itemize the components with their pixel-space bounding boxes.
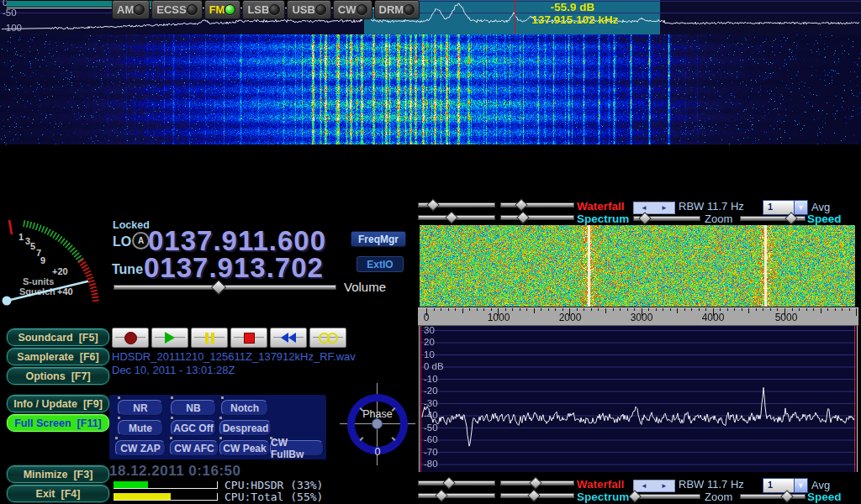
freqmgr-button[interactable]: FreqMgr — [351, 231, 406, 247]
arrow-left-icon[interactable]: ◄ — [641, 204, 647, 212]
slider-thumb[interactable] — [529, 476, 542, 490]
hdsdr-window: 137885 137890 137895 137900 137905 13791… — [0, 0, 861, 504]
exit-button[interactable]: Exit[F4] — [7, 485, 109, 502]
mode-led-icon — [224, 4, 235, 15]
slider-thumb[interactable] — [435, 489, 448, 502]
spectrum-brightness-slider-bottom[interactable] — [418, 490, 495, 501]
audio-db-label: 20 — [424, 337, 435, 347]
volume-slider[interactable] — [114, 281, 336, 292]
audio-db-label: -40 — [424, 410, 438, 420]
options-button[interactable]: Options[F7] — [7, 367, 109, 385]
slider-thumb[interactable] — [629, 490, 642, 503]
soundcard-button[interactable]: Soundcard[F5] — [7, 328, 109, 346]
rewind-icon — [281, 333, 296, 343]
waterfall-label-top: Waterfall — [577, 200, 625, 213]
arrow-left-icon[interactable]: ◄ — [641, 482, 647, 490]
cpu-total-bar — [114, 493, 218, 501]
play-button[interactable] — [151, 328, 188, 348]
minimize-button[interactable]: Minimize[F3] — [7, 465, 109, 483]
scale-label: 5000 — [775, 312, 798, 323]
record-button[interactable] — [112, 328, 149, 348]
speed-slider-top[interactable] — [740, 213, 806, 223]
mode-label: USB — [292, 3, 314, 16]
mode-led-icon — [404, 4, 415, 15]
audio-spectrum-canvas — [419, 326, 858, 472]
mute-button[interactable]: Mute — [118, 420, 163, 436]
tune-frequency-display[interactable]: 0137.913.702 — [144, 252, 324, 284]
speed-slider-bottom[interactable] — [740, 491, 806, 501]
spectrum-brightness-slider-top[interactable] — [418, 212, 495, 223]
slider-thumb[interactable] — [516, 211, 530, 224]
audio-db-label: 10 — [424, 349, 435, 360]
cpu-hdsdr-text: CPU:HDSDR (33%) — [224, 479, 323, 491]
mode-label: AM — [117, 3, 134, 16]
scale-label: 0 — [424, 312, 430, 323]
button-key: [F9] — [83, 398, 103, 410]
audio-waterfall[interactable] — [420, 225, 855, 307]
slider-thumb[interactable] — [445, 211, 458, 224]
mode-lsb-button[interactable]: LSB — [242, 0, 285, 19]
mode-label: FM — [209, 3, 225, 16]
notch-button[interactable]: Notch — [221, 400, 268, 416]
mode-led-icon — [269, 4, 280, 15]
mode-led-icon — [187, 4, 198, 15]
audio-spectrum[interactable]: 30 20 10 0 dB -10 -20 -30 -40 -50 -60 -7… — [419, 326, 858, 472]
waterfall-contrast-slider-bottom[interactable] — [500, 477, 574, 488]
slider-thumb[interactable] — [527, 489, 541, 502]
mode-drm-button[interactable]: DRM — [374, 0, 420, 19]
mode-ecss-button[interactable]: ECSS — [151, 0, 202, 19]
rewind-button[interactable] — [270, 328, 307, 348]
spectrum-label-top: Spectrum — [577, 213, 629, 225]
audio-frequency-scale[interactable]: 0 1000 2000 3000 4000 5000 — [418, 307, 858, 326]
mode-fm-button[interactable]: FM — [204, 0, 241, 19]
zoom-slider-bottom[interactable] — [633, 491, 700, 501]
cw-zap-button[interactable]: CW ZAP — [115, 440, 166, 456]
agc-button[interactable]: AGC Off — [171, 420, 216, 436]
nr-button[interactable]: NR — [118, 400, 163, 416]
stop-button[interactable] — [230, 328, 267, 348]
mode-cw-button[interactable]: CW — [333, 0, 372, 19]
scale-label: 3000 — [631, 312, 653, 323]
audio-db-label: -60 — [424, 434, 438, 444]
extio-button[interactable]: ExtIO — [357, 256, 404, 272]
spectrum-contrast-slider-top[interactable] — [500, 212, 574, 223]
waterfall-brightness-slider-bottom[interactable] — [418, 477, 495, 488]
slider-thumb[interactable] — [210, 280, 225, 295]
spectrum-contrast-slider-bottom[interactable] — [500, 490, 574, 501]
fullscreen-button[interactable]: Full Screen[F11] — [7, 414, 109, 432]
slider-thumb[interactable] — [442, 476, 456, 490]
waterfall-contrast-slider-top[interactable] — [500, 199, 574, 210]
s-meter-tick-label: 5 — [30, 241, 35, 251]
mode-usb-button[interactable]: USB — [287, 0, 330, 19]
nb-button[interactable]: NB — [171, 400, 216, 416]
mode-label: ECSS — [156, 3, 186, 16]
slider-thumb[interactable] — [784, 212, 798, 225]
slider-thumb[interactable] — [515, 198, 528, 212]
slider-thumb[interactable] — [639, 212, 652, 225]
cpu-hdsdr-fill — [114, 481, 148, 488]
despread-button[interactable]: Despread — [219, 420, 272, 436]
button-key: [F6] — [80, 351, 99, 363]
s-meter-tick-label: 9 — [40, 255, 45, 265]
waterfall-brightness-slider-top[interactable] — [418, 199, 495, 210]
cw-afc-button[interactable]: CW AFC — [170, 440, 219, 456]
button-key: [F11] — [77, 417, 102, 429]
zoom-slider-top[interactable] — [633, 213, 700, 223]
auto-lo-button[interactable]: A — [132, 232, 150, 249]
arrow-right-icon[interactable]: ► — [661, 482, 668, 490]
speed-label-bottom: Speed — [807, 491, 842, 503]
s-meter-needle-pivot — [3, 297, 12, 306]
slider-thumb[interactable] — [427, 198, 441, 212]
slider-groove — [418, 480, 495, 486]
cw-fullbw-button[interactable]: CW FullBw — [270, 440, 324, 456]
samplerate-button[interactable]: Samplerate[F6] — [7, 348, 109, 365]
mode-am-button[interactable]: AM — [112, 0, 150, 19]
loop-button[interactable] — [309, 328, 346, 348]
spectrum-db-label: -50 — [3, 8, 17, 18]
scale-label: 2000 — [559, 312, 582, 323]
arrow-right-icon[interactable]: ► — [661, 204, 668, 212]
slider-thumb[interactable] — [780, 490, 794, 503]
pause-button[interactable] — [191, 328, 228, 348]
info-update-button[interactable]: Info / Update[F9] — [7, 395, 109, 412]
cw-peak-button[interactable]: CW Peak — [219, 440, 270, 456]
